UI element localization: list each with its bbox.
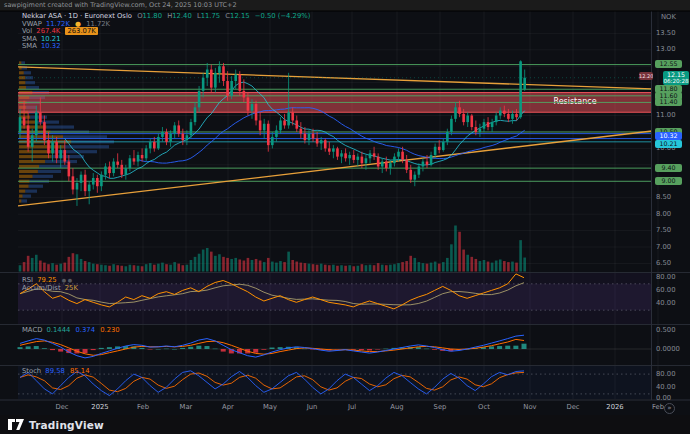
tradingview-published-chart: sawpigiment created with TradingView.com… — [0, 0, 690, 434]
stoch-d-value: 85.14 — [70, 367, 89, 375]
stoch-k-value: 89.58 — [45, 367, 64, 375]
sma1-legend-row[interactable]: SMA 10.21 — [22, 36, 313, 44]
macd-label: MACD — [22, 326, 42, 334]
currency-label: NOK — [661, 13, 676, 21]
sma2-label: SMA — [22, 42, 37, 50]
rsi-legend: RSI 79.25 ● ● Accum/Dist 25K — [22, 277, 81, 292]
footer-bar: TradingView — [0, 415, 690, 434]
open-label: O — [137, 12, 142, 20]
volume-label: Vol — [22, 27, 32, 35]
symbol-title: Nekkar ASA · 1D · Euronext Oslo — [22, 12, 132, 20]
scroll-to-latest-button[interactable]: » — [664, 403, 675, 414]
chart-canvas[interactable]: Resistance — [0, 0, 690, 434]
accum-dist-value: 25K — [65, 284, 78, 292]
volume-ma-value: 263.07K — [65, 27, 97, 35]
rsi-hidden-values: ● ● — [62, 277, 72, 283]
rsi-value: 79.25 — [37, 276, 56, 284]
footer-brand-text[interactable]: TradingView — [29, 419, 104, 431]
close-value: 12.15 — [230, 12, 249, 20]
macd-line-value: 0.374 — [76, 326, 95, 334]
sma2-legend-row[interactable]: SMA 10.32 — [22, 43, 313, 51]
main-legend: Nekkar ASA · 1D · Euronext Oslo O11.80 H… — [22, 13, 313, 51]
rsi-label: RSI — [22, 276, 33, 284]
macd-signal-value: 0.230 — [100, 326, 119, 334]
svg-text:Resistance: Resistance — [553, 97, 596, 106]
volume-value: 267.4K — [36, 27, 60, 35]
accum-dist-legend-row[interactable]: Accum/Dist 25K — [22, 285, 81, 293]
high-value: 12.40 — [172, 12, 191, 20]
macd-legend[interactable]: MACD 0.1444 0.374 0.230 — [22, 327, 123, 335]
change-value: −0.50 (−4.29%) — [255, 12, 311, 20]
low-value: 11.75 — [201, 12, 220, 20]
stoch-label: Stoch — [22, 367, 41, 375]
sma2-value: 10.32 — [41, 42, 60, 50]
open-value: 11.80 — [143, 12, 162, 20]
tradingview-logo-icon[interactable] — [8, 419, 24, 430]
macd-hist-value: 0.1444 — [47, 326, 71, 334]
stoch-legend[interactable]: Stoch 89.58 85.14 — [22, 368, 92, 376]
accum-dist-label: Accum/Dist — [22, 284, 61, 292]
volume-legend-row[interactable]: Vol 267.4K 263.07K — [22, 28, 313, 36]
